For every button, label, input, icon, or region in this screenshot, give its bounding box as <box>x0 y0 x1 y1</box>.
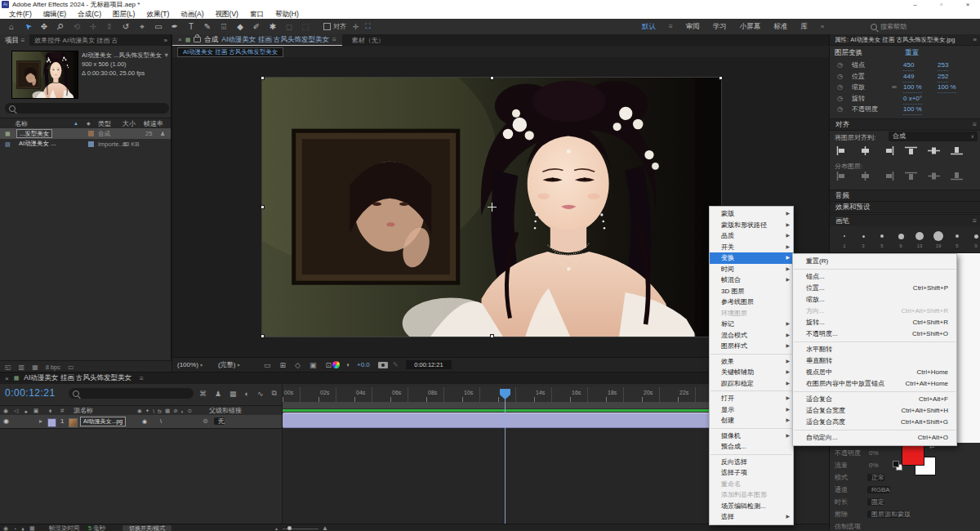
menu-item-3[interactable]: 位置...Ctrl+Shift+P <box>793 283 956 294</box>
flowchart-icon[interactable]: ⌘ <box>199 390 207 398</box>
brush-size-button[interactable] <box>915 232 924 240</box>
menubar-item-2[interactable]: 合成(C) <box>72 9 107 19</box>
toggle-switches-button[interactable]: 切换开关/模式 <box>122 525 172 531</box>
property-value[interactable]: 0 x+0° <box>903 93 922 105</box>
menu-item-5[interactable]: 时间▶ <box>710 264 793 275</box>
brush-size-button[interactable] <box>898 234 904 239</box>
switch-icon-7[interactable]: ⊙ <box>188 408 192 414</box>
solo-icon[interactable]: ● <box>24 408 28 414</box>
video-icon[interactable]: ◉ <box>3 408 8 414</box>
stopwatch-icon[interactable]: ◷ <box>837 71 843 82</box>
brush-size-button[interactable] <box>933 231 943 241</box>
motion-blur-icon[interactable]: ◐ <box>245 390 249 398</box>
distribute-top-button[interactable] <box>905 172 917 182</box>
switch-icon-4[interactable]: ▦ <box>165 408 170 414</box>
panel-menu-icon[interactable]: ≡ <box>973 34 977 46</box>
stopwatch-icon[interactable]: ◷ <box>837 82 843 92</box>
menu-item-20[interactable]: 创建▶ <box>710 415 793 426</box>
property-value[interactable]: 100 % <box>938 82 956 93</box>
twirl-icon[interactable]: ▸ <box>39 415 42 428</box>
property-label[interactable]: 旋转 <box>852 93 865 104</box>
distribute-h-center-button[interactable] <box>859 172 871 182</box>
property-label[interactable]: 不透明度 <box>852 104 878 114</box>
item-name[interactable]: AI动漫美女 ... <box>16 140 58 147</box>
project-row[interactable]: ▦...发型美女合成25♟ <box>0 128 171 139</box>
transparency-grid-icon[interactable]: ⊡ <box>326 361 332 369</box>
menu-item-10[interactable]: 垂直翻转 <box>793 355 956 367</box>
anchor-point-icon[interactable] <box>492 203 492 212</box>
property-value[interactable]: 449 <box>903 71 914 83</box>
distribute-bottom-button[interactable] <box>951 172 963 182</box>
menubar-item-1[interactable]: 编辑(E) <box>38 9 72 19</box>
menu-item-6[interactable]: 旋转...Ctrl+Shift+R <box>793 317 956 328</box>
menu-item-18[interactable]: 打开▶ <box>710 393 793 404</box>
close-button[interactable]: × <box>956 0 980 9</box>
graph-editor-icon[interactable]: ∿ <box>257 390 264 398</box>
item-name[interactable]: ...发型美女 <box>16 129 52 138</box>
menubar-item-4[interactable]: 效果(T) <box>140 9 175 19</box>
panel-menu-icon[interactable]: ≡ <box>20 36 24 44</box>
roto-brush-tool[interactable]: ✐ <box>248 19 265 34</box>
minimize-button[interactable]: – <box>903 0 928 9</box>
brush-size-button[interactable] <box>844 235 845 237</box>
grid-guides-icon[interactable]: ⊞ <box>280 361 287 369</box>
label-swatch[interactable] <box>88 131 94 136</box>
menu-item-25[interactable]: 反向选择 <box>710 457 793 468</box>
distribute-right-button[interactable] <box>882 172 894 182</box>
timeline-tab-name[interactable]: AI动漫美女 挂画 古风头饰发型美女 <box>19 373 131 383</box>
property-label[interactable]: 缩放 <box>852 82 865 92</box>
menubar-item-7[interactable]: 窗口 <box>244 9 270 19</box>
distribute-v-center-button[interactable] <box>928 172 940 182</box>
layer-label-swatch[interactable] <box>47 418 56 427</box>
zoom-tool[interactable]: ⚲ <box>52 19 69 34</box>
menu-item-2[interactable]: 品质▶ <box>710 230 793 242</box>
align-panel-header[interactable]: 对齐≡ <box>830 118 980 131</box>
status-icon-3[interactable]: ▦ <box>29 525 35 531</box>
menu-item-0[interactable]: 蒙版▶ <box>710 208 793 220</box>
distribute-left-button[interactable] <box>836 172 849 182</box>
selection-handle[interactable] <box>490 334 494 338</box>
menu-item-12[interactable]: 图层样式▶ <box>710 341 793 352</box>
rotation-tool[interactable]: ↺ <box>118 19 134 34</box>
menu-item-15[interactable]: 适合复合宽度Ctrl+Alt+Shift+H <box>793 405 956 417</box>
menubar-item-0[interactable]: 文件(F) <box>3 9 38 19</box>
playhead-line[interactable] <box>505 398 506 524</box>
audio-icon[interactable]: ◁ <box>14 408 18 414</box>
status-icon-2[interactable]: ♦ <box>21 526 24 531</box>
menu-item-8[interactable]: 参考线图层 <box>710 297 793 308</box>
brush-tool[interactable]: ✎ <box>199 19 216 34</box>
motion-path-icon[interactable]: ✛ <box>353 23 359 31</box>
home-icon[interactable]: ⌂ <box>3 19 20 34</box>
stopwatch-icon[interactable]: ◷ <box>837 60 843 70</box>
effects-presets-panel-header[interactable]: 效果和预设 <box>830 201 980 213</box>
property-label[interactable]: 位置 <box>852 71 865 82</box>
menu-item-3[interactable]: 开关▶ <box>710 242 793 253</box>
parent-pickwhip-icon[interactable]: ⊚ <box>203 415 208 428</box>
eraser-tool[interactable]: ◆ <box>232 19 248 34</box>
menubar-item-3[interactable]: 图层(L) <box>107 9 140 19</box>
menu-item-11[interactable]: 混合模式▶ <box>710 330 793 341</box>
close-icon[interactable]: × <box>178 36 182 43</box>
menu-item-4[interactable]: 缩放... <box>793 294 956 306</box>
audio-panel-header[interactable]: 音频 <box>830 190 980 202</box>
frame-blend-icon[interactable]: ▦ <box>229 390 237 398</box>
workspace-tab-4[interactable]: 标准 <box>773 22 787 32</box>
menu-item-1[interactable]: 蒙版和形状路径▶ <box>710 220 793 231</box>
switch-icon-6[interactable]: ◐ <box>181 408 185 414</box>
status-icon-1[interactable]: ◔ <box>13 526 16 531</box>
stopwatch-icon[interactable]: ◷ <box>837 104 843 114</box>
menubar-item-8[interactable]: 帮助(H) <box>270 9 305 19</box>
layer-quality-icon[interactable]: ◉ <box>142 415 147 428</box>
zoom-in-mountain-icon[interactable]: ▲ <box>322 524 328 531</box>
help-search[interactable]: 搜索帮助 <box>871 21 975 32</box>
layer-row[interactable]: ◉ ▸ 1 AI动漫美女...pg ◉ \ ⊚ 无∨ <box>0 415 282 429</box>
lock-icon[interactable] <box>194 37 201 42</box>
menubar-item-6[interactable]: 视图(V) <box>210 9 244 19</box>
type-tool[interactable]: T <box>183 19 199 34</box>
menu-item-10[interactable]: 标记▶ <box>710 319 793 330</box>
menu-item-22[interactable]: 摄像机▶ <box>710 431 793 442</box>
project-row[interactable]: ▨AI动漫美女 ...Importe...660 KB <box>0 139 171 149</box>
rect-tool[interactable]: ▭ <box>150 19 167 34</box>
interpret-footage-icon[interactable]: ◱ <box>5 364 11 371</box>
tab-overflow-icon[interactable]: » <box>164 37 167 44</box>
